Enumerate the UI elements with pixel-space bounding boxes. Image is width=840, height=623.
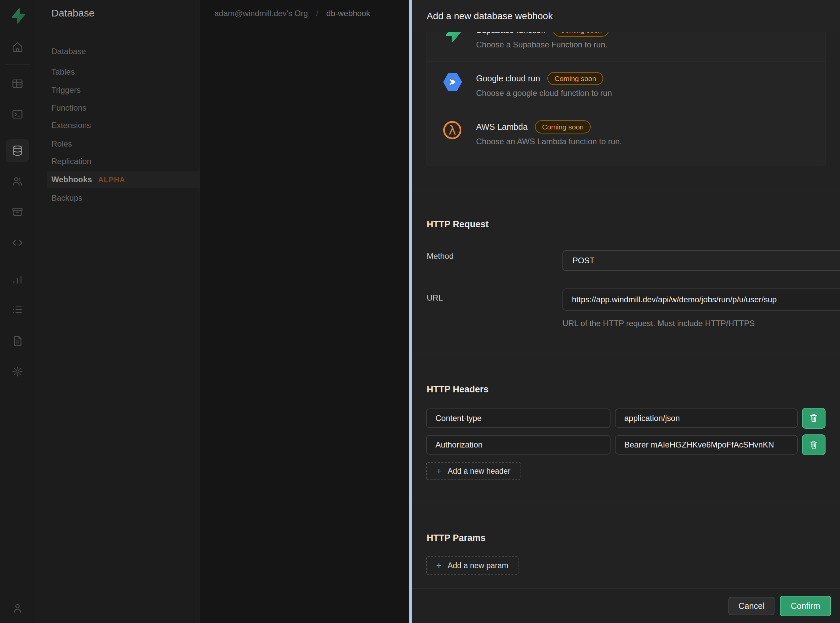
rail-divider <box>5 261 30 261</box>
option-supabase-function[interactable]: Supabase function Coming soon Choose a S… <box>426 32 826 61</box>
url-help-text: URL of the HTTP request. Must include HT… <box>563 319 755 328</box>
rail-divider <box>5 64 30 64</box>
option-description: Choose an AWS Lambda function to run. <box>476 137 812 146</box>
add-webhook-panel: Add a new database webhook Supabase func… <box>409 0 840 623</box>
table-editor-icon[interactable] <box>6 72 29 95</box>
breadcrumb: adam@windmill.dev's Org / db-webhook <box>214 9 370 18</box>
panel-header: Add a new database webhook <box>412 0 840 32</box>
reports-icon[interactable] <box>6 268 29 291</box>
aws-lambda-icon: λ <box>443 121 462 140</box>
header-name-input[interactable] <box>426 435 610 454</box>
main-content-dimmed: adam@windmill.dev's Org / db-webhook <box>200 0 409 623</box>
logs-icon[interactable] <box>6 298 29 321</box>
docs-icon[interactable] <box>6 330 29 352</box>
menu-item-webhooks[interactable]: WebhooksALPHA <box>51 175 125 184</box>
option-google-cloud-run[interactable]: Google cloud run Coming soon Choose a go… <box>426 61 826 110</box>
option-aws-lambda[interactable]: λ AWS Lambda Coming soon Choose an AWS L… <box>426 110 826 158</box>
menu-item-roles[interactable]: Roles <box>51 139 72 149</box>
http-params-heading: HTTP Params <box>427 533 485 543</box>
settings-icon[interactable] <box>6 360 29 383</box>
header-value-input[interactable] <box>615 435 798 454</box>
url-label: URL <box>427 293 443 302</box>
coming-soon-badge: Coming soon <box>553 32 609 37</box>
coming-soon-badge: Coming soon <box>547 72 603 85</box>
menu-heading-database[interactable]: Database <box>51 47 86 56</box>
option-title: Google cloud run <box>476 74 540 83</box>
trash-icon <box>809 439 819 451</box>
google-cloud-run-icon <box>443 73 462 91</box>
option-description: Choose a google cloud function to run <box>476 88 812 98</box>
header-name-input[interactable] <box>426 408 610 428</box>
add-param-button[interactable]: + Add a new param <box>426 556 519 575</box>
breadcrumb-separator: / <box>316 9 318 18</box>
auth-icon[interactable] <box>6 170 29 193</box>
page-title: Database <box>51 8 95 19</box>
panel-footer: Cancel Confirm <box>412 588 840 623</box>
plus-icon: + <box>436 560 442 571</box>
delete-header-button[interactable] <box>802 408 826 429</box>
http-headers-heading: HTTP Headers <box>427 384 488 395</box>
trash-icon <box>809 413 819 424</box>
section-divider <box>412 192 840 192</box>
plus-icon: + <box>436 466 442 476</box>
cancel-button[interactable]: Cancel <box>728 597 775 615</box>
menu-item-extensions[interactable]: Extensions <box>51 121 91 130</box>
add-param-label: Add a new param <box>448 561 508 570</box>
header-value-input[interactable] <box>615 408 798 428</box>
section-divider <box>412 503 840 503</box>
delete-header-button[interactable] <box>802 434 826 455</box>
icon-rail <box>0 0 35 623</box>
section-divider <box>412 353 840 353</box>
url-input[interactable] <box>563 288 840 311</box>
supabase-bolt-icon <box>443 32 462 43</box>
webhook-type-options: Supabase function Coming soon Choose a S… <box>426 32 826 166</box>
menu-item-replication[interactable]: Replication <box>51 157 92 166</box>
method-select[interactable]: POST <box>563 250 840 271</box>
app-screen: Database Database Tables Triggers Functi… <box>0 0 840 623</box>
sql-editor-icon[interactable] <box>6 103 29 126</box>
method-label: Method <box>427 252 454 261</box>
storage-icon[interactable] <box>6 200 29 223</box>
supabase-logo-icon[interactable] <box>9 8 26 24</box>
coming-soon-badge: Coming soon <box>535 120 591 134</box>
menu-item-backups[interactable]: Backups <box>51 193 82 203</box>
option-description: Choose a Supabase Function to run. <box>476 40 812 49</box>
home-icon[interactable] <box>6 36 29 58</box>
database-menu: Database Database Tables Triggers Functi… <box>35 0 200 623</box>
menu-item-functions[interactable]: Functions <box>51 103 86 113</box>
menu-item-tables[interactable]: Tables <box>51 67 75 77</box>
option-title: Supabase function <box>476 32 546 35</box>
add-header-button[interactable]: + Add a new header <box>426 462 520 480</box>
database-icon[interactable] <box>6 139 29 162</box>
breadcrumb-org[interactable]: adam@windmill.dev's Org <box>214 9 308 18</box>
breadcrumb-project[interactable]: db-webhook <box>326 9 370 18</box>
alpha-badge: ALPHA <box>98 175 125 184</box>
method-value: POST <box>572 256 594 265</box>
option-title: AWS Lambda <box>476 122 528 132</box>
panel-title: Add a new database webhook <box>427 0 553 32</box>
confirm-button[interactable]: Confirm <box>780 596 831 616</box>
api-icon[interactable] <box>6 231 29 254</box>
account-icon[interactable] <box>6 597 29 620</box>
http-request-heading: HTTP Request <box>427 219 488 230</box>
add-header-label: Add a new header <box>448 466 510 476</box>
menu-item-triggers[interactable]: Triggers <box>51 85 81 95</box>
